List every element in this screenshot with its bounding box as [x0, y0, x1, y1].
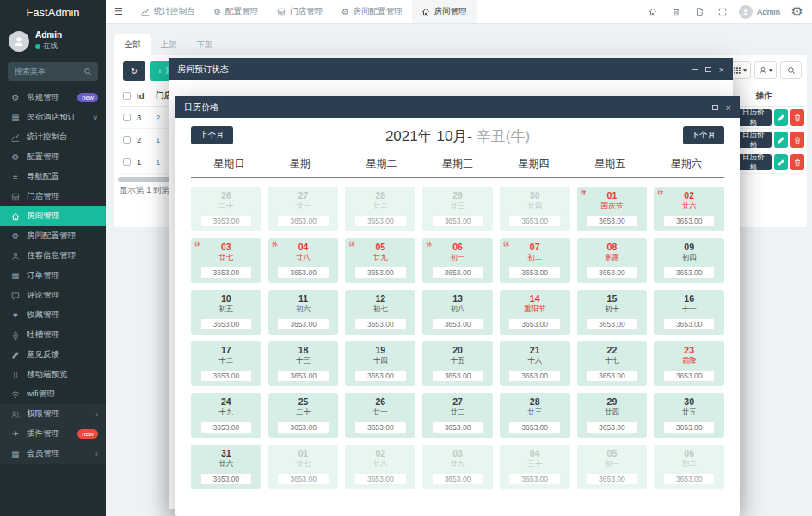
price-input[interactable]	[663, 318, 715, 330]
expand-button[interactable]	[710, 8, 734, 16]
calendar-cell[interactable]: 休03廿七	[191, 238, 261, 283]
sidebar-item-收藏管理[interactable]: ♥收藏管理	[0, 305, 106, 325]
calendar-cell[interactable]: 03廿九	[422, 445, 493, 489]
delete-button[interactable]	[790, 109, 804, 126]
calendar-cell[interactable]: 26廿一	[345, 393, 415, 438]
calendar-cell[interactable]: 29廿四	[577, 393, 648, 438]
home-button[interactable]	[641, 8, 664, 16]
close-button[interactable]: ×	[726, 102, 731, 113]
calendar-cell[interactable]: 休05廿九	[345, 238, 415, 283]
price-input[interactable]	[354, 215, 406, 227]
price-input[interactable]	[663, 370, 715, 382]
calendar-cell[interactable]: 休06初一	[422, 238, 493, 283]
calendar-cell[interactable]: 22十七	[577, 341, 648, 386]
calendar-cell[interactable]: 18十三	[268, 341, 339, 386]
sidebar-item-统计控制台[interactable]: 统计控制台	[0, 127, 106, 147]
price-input[interactable]	[200, 421, 252, 433]
price-input[interactable]	[586, 473, 637, 485]
price-input[interactable]	[277, 473, 329, 485]
calendar-cell[interactable]: 休01国庆节	[577, 187, 648, 231]
hamburger-icon[interactable]: ☰	[106, 6, 132, 17]
calendar-cell[interactable]: 休07初二	[500, 238, 570, 283]
price-input[interactable]	[277, 215, 329, 227]
calendar-cell[interactable]: 27廿一	[268, 187, 339, 231]
calendar-cell[interactable]: 27廿二	[422, 393, 493, 438]
sidebar-item-wifi管理[interactable]: wifi管理	[0, 384, 106, 404]
sidebar-item-移动端预览[interactable]: ▯移动端预览	[0, 365, 106, 384]
calendar-cell[interactable]: 21十六	[500, 341, 570, 386]
row-checkbox[interactable]	[123, 114, 131, 121]
brand-logo[interactable]: FastAdmin	[0, 0, 106, 26]
price-input[interactable]	[432, 370, 483, 382]
trash-button[interactable]	[664, 8, 687, 16]
calendar-cell[interactable]: 11初六	[268, 290, 339, 335]
calendar-cell[interactable]: 05初一	[577, 445, 648, 489]
price-input[interactable]	[508, 267, 560, 279]
price-input[interactable]	[663, 473, 715, 485]
row-checkbox[interactable]	[123, 158, 131, 166]
price-input[interactable]	[508, 215, 560, 227]
calendar-cell[interactable]: 14重阳节	[500, 290, 570, 335]
filter-tab-上架[interactable]: 上架	[151, 34, 187, 55]
close-button[interactable]: ×	[719, 64, 724, 75]
calendar-cell[interactable]: 01廿七	[268, 445, 339, 489]
calendar-cell[interactable]: 16十一	[654, 290, 724, 335]
delete-button[interactable]	[790, 132, 804, 148]
edit-button[interactable]	[774, 132, 788, 148]
calendar-cell[interactable]: 08寒露	[577, 238, 648, 283]
price-input[interactable]	[277, 318, 329, 330]
sidebar-item-常规管理[interactable]: ⚙常规管理new	[0, 88, 106, 108]
calendar-cell[interactable]: 04三十	[500, 445, 570, 489]
minimize-button[interactable]	[698, 107, 704, 108]
user-menu[interactable]: Admin	[734, 5, 785, 19]
calendar-cell[interactable]: 休04廿八	[268, 238, 339, 283]
maximize-button[interactable]	[705, 67, 711, 72]
calendar-cell[interactable]: 28廿三	[500, 393, 570, 438]
price-input[interactable]	[354, 267, 406, 279]
calendar-cell[interactable]: 24十九	[191, 393, 261, 438]
delete-button[interactable]	[790, 154, 804, 170]
price-input[interactable]	[277, 267, 329, 279]
settings-button[interactable]: ⚙	[785, 5, 809, 19]
price-input[interactable]	[200, 318, 252, 330]
navbar-tab-房间配置管理[interactable]: ⚙房间配置管理	[332, 0, 412, 23]
calendar-cell[interactable]: 30廿五	[654, 393, 724, 438]
sidebar-item-门店管理[interactable]: 门店管理	[0, 187, 106, 206]
price-input[interactable]	[200, 473, 252, 485]
sidebar-item-配置管理[interactable]: ⚙配置管理	[0, 147, 106, 167]
sidebar-item-房间管理[interactable]: 房间管理	[0, 206, 106, 226]
price-input[interactable]	[432, 267, 483, 279]
booking-modal-header[interactable]: 房间预订状态 ×	[169, 58, 733, 80]
search-icon[interactable]	[83, 67, 92, 76]
calendar-modal-header[interactable]: 日历价格 ×	[175, 96, 740, 118]
sidebar-item-插件管理[interactable]: ✈插件管理new	[0, 424, 106, 444]
calendar-cell[interactable]: 23霜降	[654, 341, 724, 386]
calendar-cell[interactable]: 31廿六	[191, 445, 261, 489]
price-input[interactable]	[508, 318, 560, 330]
price-input[interactable]	[432, 473, 483, 485]
calendar-cell[interactable]: 30廿四	[500, 187, 570, 231]
navbar-tab-统计控制台[interactable]: 统计控制台	[132, 0, 205, 23]
calendar-cell[interactable]: 20十五	[422, 341, 493, 386]
price-input[interactable]	[200, 215, 252, 227]
price-input[interactable]	[354, 421, 406, 433]
doc-button[interactable]	[687, 8, 710, 16]
price-input[interactable]	[586, 267, 637, 279]
price-input[interactable]	[354, 473, 406, 485]
price-input[interactable]	[663, 267, 715, 279]
calendar-cell[interactable]: 15初十	[577, 290, 648, 335]
sidebar-item-会员管理[interactable]: ▦会员管理‹	[0, 444, 106, 464]
sidebar-item-意见反馈[interactable]: 意见反馈	[0, 345, 106, 365]
calendar-cell[interactable]: 19十四	[345, 341, 415, 386]
calendar-cell[interactable]: 09初四	[654, 238, 724, 283]
calendar-cell[interactable]: 13初八	[422, 290, 493, 335]
price-input[interactable]	[586, 421, 637, 433]
calendar-cell[interactable]: 17十二	[191, 341, 261, 386]
next-month-button[interactable]: 下个月	[683, 126, 725, 144]
price-input[interactable]	[663, 215, 715, 227]
navbar-tab-门店管理[interactable]: 门店管理	[268, 0, 332, 23]
navbar-tab-房间管理[interactable]: 房间管理	[412, 0, 477, 23]
price-input[interactable]	[200, 267, 252, 279]
calendar-cell[interactable]: 25二十	[268, 393, 339, 438]
price-input[interactable]	[508, 473, 560, 485]
